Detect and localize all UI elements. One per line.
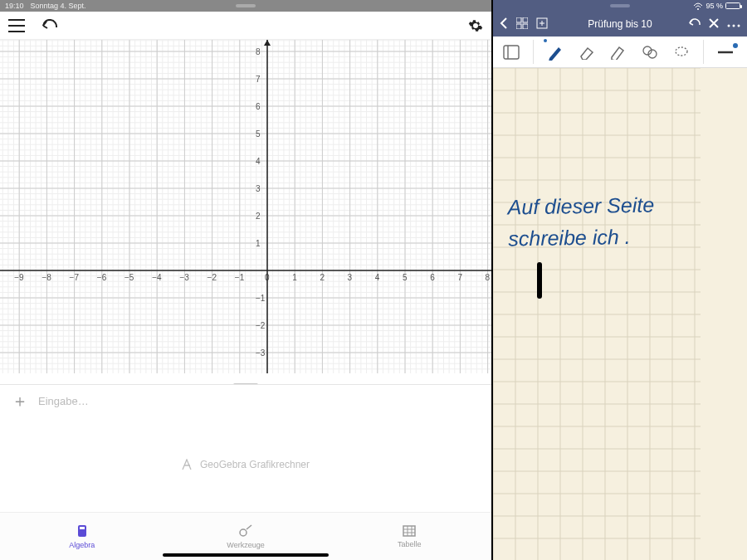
svg-text:1: 1 <box>292 273 297 282</box>
svg-text:2: 2 <box>320 273 325 282</box>
plus-icon[interactable]: ＋ <box>12 390 28 412</box>
svg-text:5: 5 <box>403 273 408 282</box>
graph-view[interactable]: −9−8−7−6−5−4−3−2−10123456789−3−2−1123456… <box>0 40 491 384</box>
svg-text:4: 4 <box>375 273 380 282</box>
undo-icon[interactable] <box>687 18 701 31</box>
tools-icon <box>238 524 253 539</box>
algebra-empty-area: GeoGebra Grafikrechner <box>0 417 491 512</box>
status-bar-right: 95 % <box>493 0 747 12</box>
svg-rect-226 <box>516 17 521 22</box>
svg-rect-224 <box>403 526 415 536</box>
svg-text:5: 5 <box>256 129 261 139</box>
algebra-input[interactable] <box>38 395 480 407</box>
svg-text:−1: −1 <box>235 273 245 282</box>
lasso-tool-icon[interactable] <box>671 42 691 62</box>
svg-point-231 <box>728 25 730 27</box>
battery-icon <box>725 2 740 9</box>
wifi-icon <box>693 2 703 10</box>
tab-table[interactable]: Tabelle <box>328 513 491 560</box>
multitask-pill-icon[interactable] <box>610 4 630 7</box>
svg-text:−4: −4 <box>152 273 162 282</box>
page-nav-icon[interactable] <box>501 42 521 62</box>
split-view-handle-icon[interactable] <box>537 262 542 299</box>
svg-rect-227 <box>523 17 528 22</box>
notes-canvas[interactable]: Auf dieser Seiteschreibe ich . <box>493 68 747 560</box>
svg-text:−5: −5 <box>124 273 134 282</box>
highlighter-tool-icon[interactable] <box>608 42 628 62</box>
status-bar-left: 19:10 Sonntag 4. Sept. <box>0 0 491 12</box>
svg-rect-222 <box>80 527 85 529</box>
svg-point-233 <box>738 25 740 27</box>
svg-point-232 <box>733 25 735 27</box>
status-date: Sonntag 4. Sept. <box>31 2 86 10</box>
svg-text:3: 3 <box>256 184 261 193</box>
geogebra-toolbar <box>0 12 491 40</box>
svg-point-223 <box>240 529 247 536</box>
document-title: Prüfung bis 10 <box>588 18 652 30</box>
tool-divider <box>703 40 704 64</box>
menu-icon[interactable] <box>8 19 25 32</box>
svg-text:−7: −7 <box>70 273 80 282</box>
notes-app: 95 % Prüfung bis 10 <box>493 0 747 560</box>
back-icon[interactable] <box>500 17 508 32</box>
algebra-icon <box>76 524 89 539</box>
undo-icon[interactable] <box>40 19 58 32</box>
pen-tool-icon[interactable] <box>545 42 565 62</box>
table-icon <box>403 525 416 538</box>
svg-text:6: 6 <box>430 273 435 282</box>
svg-text:7: 7 <box>457 273 462 282</box>
svg-point-225 <box>697 8 699 10</box>
eraser-tool-icon[interactable] <box>577 42 597 62</box>
handwritten-text: Auf dieser Seiteschreibe ich . <box>507 189 655 254</box>
svg-text:4: 4 <box>256 157 261 166</box>
svg-text:−6: −6 <box>97 273 107 282</box>
close-icon[interactable] <box>709 18 719 31</box>
line-style-icon[interactable] <box>715 42 739 62</box>
multitask-pill-icon[interactable] <box>236 4 256 7</box>
svg-text:1: 1 <box>256 239 261 248</box>
status-time: 19:10 <box>5 2 24 10</box>
gear-icon[interactable] <box>468 18 483 33</box>
grid-view-icon[interactable] <box>516 17 528 32</box>
notes-tool-row <box>493 37 747 68</box>
svg-text:3: 3 <box>348 273 353 282</box>
tool-divider <box>533 40 534 64</box>
more-icon[interactable] <box>727 18 740 30</box>
svg-text:−2: −2 <box>256 321 266 330</box>
svg-text:−2: −2 <box>208 273 217 282</box>
pane-resize-handle-icon[interactable] <box>233 383 258 384</box>
battery-text: 95 % <box>706 2 723 10</box>
algebra-input-row: ＋ <box>0 384 491 417</box>
battery-indicator: 95 % <box>693 2 740 10</box>
home-indicator-icon[interactable] <box>163 553 329 557</box>
svg-text:7: 7 <box>256 75 261 84</box>
svg-text:2: 2 <box>256 212 261 221</box>
svg-text:−3: −3 <box>256 348 266 358</box>
logo-icon <box>182 459 195 470</box>
svg-text:8: 8 <box>256 47 261 56</box>
svg-rect-234 <box>504 46 519 59</box>
notes-titlebar: Prüfung bis 10 <box>493 12 747 37</box>
shapes-tool-icon[interactable] <box>640 42 660 62</box>
svg-text:−8: −8 <box>42 273 51 282</box>
svg-text:−1: −1 <box>256 294 266 303</box>
svg-rect-228 <box>516 24 521 29</box>
svg-point-237 <box>676 47 687 56</box>
svg-text:8: 8 <box>486 273 491 282</box>
add-page-icon[interactable] <box>536 17 548 32</box>
svg-text:6: 6 <box>256 102 261 111</box>
geogebra-app: 19:10 Sonntag 4. Sept. −9−8−7−6−5−4−3−2−… <box>0 0 493 560</box>
bottom-tab-bar: AlgebraWerkzeugeTabelle <box>0 512 491 560</box>
svg-rect-229 <box>523 24 528 29</box>
svg-text:−9: −9 <box>14 273 24 282</box>
footer-brand-text: GeoGebra Grafikrechner <box>200 459 310 470</box>
svg-text:−3: −3 <box>179 273 189 282</box>
tab-algebra[interactable]: Algebra <box>0 513 164 560</box>
